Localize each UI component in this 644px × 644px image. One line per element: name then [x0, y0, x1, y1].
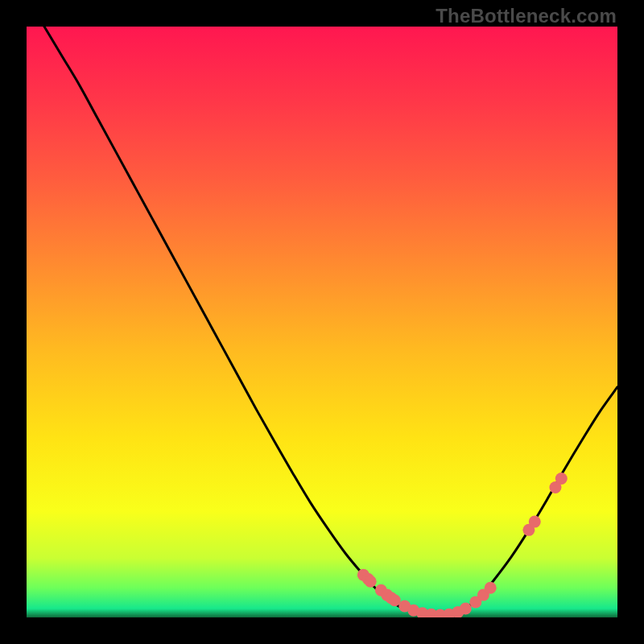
data-dot — [555, 473, 568, 485]
data-dot — [389, 594, 401, 606]
curve-layer — [27, 27, 617, 617]
data-dot — [529, 516, 541, 528]
watermark-text: TheBottleneck.com — [436, 5, 617, 27]
data-dot — [460, 602, 472, 614]
data-dots — [357, 473, 568, 617]
chart-stage: TheBottleneck.com — [0, 0, 644, 644]
plot-area — [27, 27, 617, 617]
data-dot — [365, 576, 377, 588]
data-dot — [485, 582, 497, 594]
